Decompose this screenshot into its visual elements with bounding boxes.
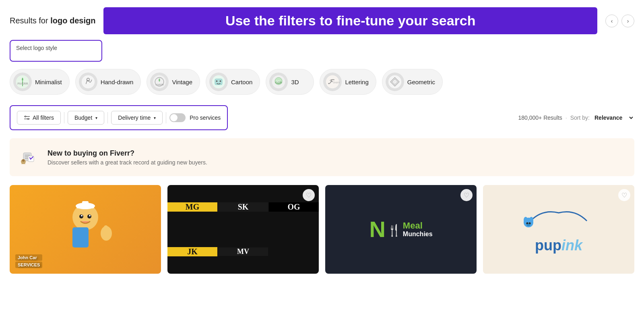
budget-button[interactable]: Budget ▾ xyxy=(68,111,104,125)
svg-point-26 xyxy=(28,119,29,120)
card-3[interactable]: N 🍴 Meal Munchies ♡ xyxy=(325,185,477,274)
filter-divider-3 xyxy=(166,112,166,123)
svg-point-44 xyxy=(89,215,91,216)
pupink-brand-text: pupink xyxy=(535,237,582,254)
meal-title: Meal xyxy=(403,221,433,231)
nav-prev-button[interactable]: ‹ xyxy=(605,15,618,27)
svg-text:3D: 3D xyxy=(276,80,280,83)
chip-label-lettering: Lettering xyxy=(345,79,368,85)
chip-3d[interactable]: 3D 3D xyxy=(266,69,314,95)
chip-label-cartoon: Cartoon xyxy=(231,79,252,85)
grid-cell-mg: MG xyxy=(167,202,217,212)
chip-icon-hand-drawn xyxy=(79,73,97,91)
svg-point-2 xyxy=(81,75,94,88)
card-2-image: MG SK OG JK MV xyxy=(167,185,319,274)
filters-bar: All filters Budget ▾ Delivery time ▾ Pro… xyxy=(10,105,228,130)
card-3-image: N 🍴 Meal Munchies xyxy=(325,185,477,274)
budget-chevron: ▾ xyxy=(95,116,97,120)
chip-hand-drawn[interactable]: Hand-drawn xyxy=(75,69,141,95)
dot-separator: · xyxy=(566,114,567,121)
chip-label-minimalist: Minimalist xyxy=(35,79,62,85)
svg-text:FIVERR: FIVERR xyxy=(156,83,164,86)
svg-point-9 xyxy=(216,80,218,82)
results-meta: 180,000+ Results · Sort by: Relevance Be… xyxy=(518,114,635,121)
logo-style-selector: Select logo style xyxy=(10,40,102,62)
card-2-favorite-button[interactable]: ♡ xyxy=(303,189,315,201)
buyer-title: New to buying on Fiverr? xyxy=(47,149,207,158)
delivery-chevron: ▾ xyxy=(154,116,156,120)
pupink-svg xyxy=(518,205,599,237)
delivery-label: Delivery time xyxy=(118,114,151,121)
pro-toggle-switch[interactable] xyxy=(169,113,186,122)
card-3-favorite-button[interactable]: ♡ xyxy=(460,189,473,201)
all-filters-icon xyxy=(24,114,30,121)
budget-label: Budget xyxy=(74,114,92,121)
svg-rect-37 xyxy=(72,227,89,247)
card-1[interactable]: John Car SERVICES xyxy=(10,185,161,274)
svg-point-35 xyxy=(22,159,25,162)
svg-rect-46 xyxy=(104,225,108,234)
svg-text:FIVERR: FIVERR xyxy=(17,82,28,85)
sort-select[interactable]: Relevance Best selling New arrivals xyxy=(593,114,634,121)
card-2[interactable]: MG SK OG JK MV ♡ xyxy=(167,185,319,274)
pupink-logo: pupink xyxy=(518,205,599,254)
svg-text:iverr: iverr xyxy=(333,80,340,84)
meal-logo: N 🍴 Meal Munchies xyxy=(369,218,432,241)
grid-cell-jk: JK xyxy=(167,247,217,256)
chip-label-3d: 3D xyxy=(291,79,299,85)
card-4-favorite-button[interactable]: ♡ xyxy=(618,189,630,201)
chip-cartoon[interactable]: Cartoon xyxy=(206,69,260,95)
chip-icon-lettering: 𝓕 iverr xyxy=(323,73,342,91)
pro-services-label: Pro services xyxy=(190,114,221,121)
cartoon-character xyxy=(49,193,122,266)
grid-cell-og: OG xyxy=(269,202,319,212)
all-filters-button[interactable]: All filters xyxy=(17,111,61,125)
card-1-logo-text: John Car SERVICES xyxy=(15,254,42,268)
filter-banner: Use the filters to fine-tune your search xyxy=(103,7,597,34)
grid-cell-sk: SK xyxy=(218,202,268,212)
sort-label: Sort by: xyxy=(570,114,590,121)
results-count: 180,000+ Results xyxy=(518,114,562,121)
meal-subtitle: Munchies xyxy=(403,231,433,238)
buyer-icon xyxy=(19,146,40,169)
card-4[interactable]: pupink ♡ xyxy=(483,185,634,274)
svg-point-52 xyxy=(526,224,530,226)
search-query: logo design xyxy=(50,16,95,25)
chip-label-vintage: Vintage xyxy=(172,79,192,85)
chip-label-hand-drawn: Hand-drawn xyxy=(101,79,134,85)
svg-point-43 xyxy=(81,215,83,216)
all-filters-label: All filters xyxy=(33,114,54,121)
delivery-time-button[interactable]: Delivery time ▾ xyxy=(111,111,163,125)
svg-point-10 xyxy=(220,80,221,82)
chip-icon-geometric xyxy=(386,73,404,91)
chip-icon-minimalist: FIVERR xyxy=(13,73,32,91)
svg-point-23 xyxy=(25,116,26,117)
buyer-text: New to buying on Fiverr? Discover seller… xyxy=(47,149,207,166)
filter-divider-2 xyxy=(107,112,108,123)
chip-lettering[interactable]: 𝓕 iverr Lettering xyxy=(320,69,376,95)
pro-services-toggle-group: Pro services xyxy=(169,113,221,122)
card-4-image: pupink xyxy=(483,185,634,274)
chip-label-geometric: Geometric xyxy=(407,79,435,85)
grid-cell-mv: MV xyxy=(218,247,268,256)
chip-geometric[interactable]: Geometric xyxy=(382,69,443,95)
chip-vintage[interactable]: FIVERR Vintage xyxy=(147,69,200,95)
filter-divider-1 xyxy=(64,112,64,123)
chip-icon-vintage: FIVERR xyxy=(150,73,169,91)
cards-row: John Car SERVICES MG SK OG JK MV ♡ xyxy=(10,185,634,274)
style-chips-row: FIVERR Minimalist Hand-drawn xyxy=(10,69,634,96)
card-1-image: John Car SERVICES xyxy=(10,185,161,274)
chip-minimalist[interactable]: FIVERR Minimalist xyxy=(10,69,70,95)
results-title: Results for logo design xyxy=(10,16,95,25)
nav-next-button[interactable]: › xyxy=(621,15,634,27)
svg-rect-40 xyxy=(82,201,89,206)
new-buyer-banner: New to buying on Fiverr? Discover seller… xyxy=(10,138,634,176)
chip-icon-cartoon xyxy=(209,73,228,91)
buyer-subtitle: Discover sellers with a great track reco… xyxy=(47,159,207,166)
logo-style-label: Select logo style xyxy=(16,45,96,51)
chip-icon-3d: 3D xyxy=(269,73,288,91)
